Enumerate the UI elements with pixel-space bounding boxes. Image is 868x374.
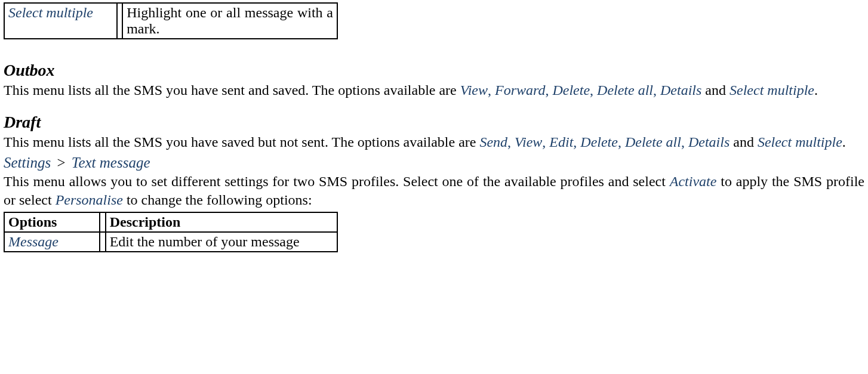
option-view: View — [460, 82, 488, 98]
separator: , — [488, 82, 495, 98]
table-row: Select multiple Highlight one or all mes… — [4, 3, 337, 39]
crumb-text-message: Text message — [72, 154, 150, 171]
option-personalise: Personalise — [56, 192, 123, 208]
text: . — [814, 82, 818, 98]
settings-paragraph: This menu allows you to set different se… — [4, 172, 864, 209]
option-description-cell: Edit the number of your message — [106, 232, 337, 252]
options-table: Options Description Message Edit the num… — [4, 212, 338, 252]
crumb-settings: Settings — [4, 154, 51, 171]
text: This menu lists all the SMS you have sav… — [4, 134, 479, 150]
table-spacer-cell — [117, 3, 123, 39]
document-page: Select multiple Highlight one or all mes… — [0, 0, 868, 258]
separator: and — [701, 82, 730, 98]
column-header-description: Description — [106, 212, 337, 232]
option-view: View — [515, 134, 542, 150]
option-delete-all: Delete all — [625, 134, 681, 150]
separator: , — [542, 134, 549, 150]
text: to change the following options: — [127, 192, 312, 208]
separator: , — [573, 134, 580, 150]
table-row: Message Edit the number of your message — [4, 232, 337, 252]
separator: , — [653, 82, 660, 98]
crumb-separator: > — [57, 154, 65, 171]
separator: , — [618, 134, 625, 150]
options-table-fragment: Select multiple Highlight one or all mes… — [4, 2, 338, 39]
text: . — [842, 134, 846, 150]
option-delete-all: Delete all — [597, 82, 653, 98]
table-spacer-cell — [100, 212, 106, 232]
option-name-cell: Message — [4, 232, 100, 252]
text: This menu allows you to set different se… — [4, 174, 670, 189]
option-delete: Delete — [580, 134, 618, 150]
option-name-cell: Select multiple — [4, 3, 117, 39]
separator: and — [730, 134, 758, 150]
option-select-multiple: Select multiple — [758, 134, 842, 150]
option-activate: Activate — [670, 174, 717, 189]
separator: , — [590, 82, 597, 98]
separator: , — [545, 82, 552, 98]
text: This menu lists all the SMS you have sen… — [4, 82, 460, 98]
table-header-row: Options Description — [4, 212, 337, 232]
option-forward: Forward — [495, 82, 545, 98]
separator: , — [507, 134, 515, 150]
outbox-paragraph: This menu lists all the SMS you have sen… — [4, 81, 864, 100]
option-details: Details — [660, 82, 701, 98]
separator: , — [681, 134, 688, 150]
option-edit: Edit — [549, 134, 573, 150]
option-details: Details — [688, 134, 730, 150]
breadcrumb: Settings > Text message — [4, 154, 864, 171]
option-description-cell: Highlight one or all message with a mark… — [122, 3, 337, 39]
column-header-options: Options — [4, 212, 100, 232]
option-delete: Delete — [552, 82, 590, 98]
draft-paragraph: This menu lists all the SMS you have sav… — [4, 133, 864, 152]
heading-draft: Draft — [4, 113, 864, 132]
option-send: Send — [479, 134, 507, 150]
table-spacer-cell — [100, 232, 106, 252]
heading-outbox: Outbox — [4, 61, 864, 80]
option-select-multiple: Select multiple — [730, 82, 814, 98]
